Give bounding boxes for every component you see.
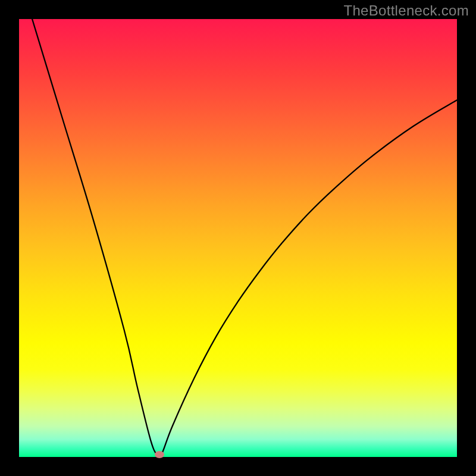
- bottleneck-curve: [19, 19, 457, 457]
- watermark-text: TheBottleneck.com: [343, 2, 469, 19]
